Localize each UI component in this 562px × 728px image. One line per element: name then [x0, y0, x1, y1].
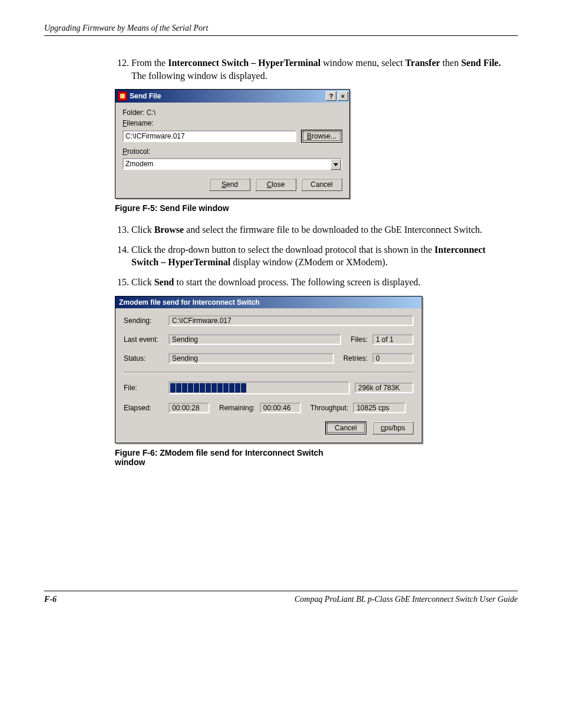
text: rotocol:: [127, 147, 150, 156]
text-bold: Send: [154, 277, 174, 287]
retries-value: 0: [372, 353, 414, 364]
progress-bar: [168, 381, 350, 394]
remaining-value: 00:00:46: [260, 403, 301, 413]
close-dialog-button[interactable]: Close: [255, 178, 296, 191]
text: rowse...: [312, 132, 336, 140]
text: Click the drop-down button to select the…: [131, 245, 435, 255]
retries-label: Retries:: [343, 354, 368, 363]
text: ps/bps: [384, 424, 405, 432]
text: end: [226, 180, 238, 189]
step-list-cont: Click Browse and select the firmware fil…: [115, 223, 512, 288]
lastevent-label: Last event:: [124, 335, 164, 344]
text: ilename:: [127, 119, 153, 127]
accel: B: [307, 132, 312, 140]
remaining-label: Remaining:: [219, 404, 255, 412]
protocol-label: Protocol:: [123, 147, 342, 156]
titlebar: Send File ? ×: [115, 90, 349, 103]
help-button[interactable]: ?: [326, 91, 336, 101]
files-value: 1 of 1: [372, 334, 414, 345]
zmodem-dialog: Zmodem file send for Interconnect Switch…: [115, 296, 422, 443]
filename-input[interactable]: [123, 130, 296, 142]
figure-5-caption: Figure F-5: Send File window: [115, 203, 512, 213]
text: to start the download process. The follo…: [174, 277, 420, 287]
dialog-title: Send File: [130, 92, 161, 100]
throughput-label: Throughput:: [310, 404, 349, 412]
text-bold: Transfer: [405, 58, 440, 68]
dropdown-icon[interactable]: [330, 159, 341, 170]
text: Click: [131, 277, 154, 287]
files-label: Files:: [351, 335, 368, 344]
text: The following window is displayed.: [131, 71, 267, 81]
cpsbps-button[interactable]: cps/bps: [372, 421, 414, 434]
folder-label: Folder: C:\: [123, 108, 342, 117]
step-15: Click Send to start the download process…: [131, 276, 512, 289]
elapsed-label: Elapsed:: [124, 404, 164, 412]
text: and select the firmware file to be downl…: [184, 225, 482, 235]
step-list: From the Interconnect Switch – HyperTerm…: [115, 57, 512, 82]
send-button[interactable]: Send: [209, 178, 250, 191]
figure-6-caption: Figure F-6: ZModem file send for Interco…: [115, 448, 327, 467]
text-bold: Interconnect Switch – HyperTerminal: [168, 58, 320, 68]
accel: S: [222, 180, 226, 189]
text-bold: Send File.: [461, 58, 501, 68]
accel: P: [123, 147, 127, 156]
sending-value: C:\ICFirmware.017: [168, 315, 414, 326]
text: then: [440, 58, 461, 68]
filename-label: Filename:: [123, 119, 342, 127]
text: From the: [131, 58, 168, 68]
status-value: Sending: [168, 353, 334, 364]
guide-title: Compaq ProLiant BL p-Class GbE Interconn…: [295, 595, 518, 604]
text: lose: [272, 180, 285, 189]
text-bold: Browse: [154, 225, 184, 235]
status-label: Status:: [124, 354, 164, 363]
page-footer: F-6 Compaq ProLiant BL p-Class GbE Inter…: [44, 591, 518, 604]
page-header: Upgrading Firmware by Means of the Seria…: [44, 24, 518, 36]
text: Click: [131, 225, 154, 235]
separator: [124, 372, 414, 373]
elapsed-value: 00:00:28: [168, 403, 210, 413]
lastevent-value: Sending: [168, 334, 341, 345]
browse-button[interactable]: Browse...: [301, 130, 342, 143]
send-file-dialog: Send File ? × Folder: C:\ Filename: Brow…: [115, 89, 350, 199]
throughput-value: 10825 cps: [353, 403, 406, 413]
sending-label: Sending:: [124, 317, 164, 325]
step-13: Click Browse and select the firmware fil…: [131, 223, 512, 236]
titlebar: Zmodem file send for Interconnect Switch: [115, 297, 422, 308]
text: window menu, select: [320, 58, 405, 68]
step-12: From the Interconnect Switch – HyperTerm…: [131, 57, 512, 82]
file-label: File:: [124, 384, 164, 392]
page-number: F-6: [44, 595, 57, 604]
text: display window (ZModem or XModem).: [230, 257, 388, 267]
app-icon: [118, 91, 127, 101]
protocol-select[interactable]: [123, 158, 342, 170]
close-button[interactable]: ×: [338, 91, 348, 101]
file-progress-text: 296k of 783K: [355, 383, 414, 393]
cancel-button[interactable]: Cancel: [325, 421, 366, 434]
step-14: Click the drop-down button to select the…: [131, 243, 512, 269]
cancel-button[interactable]: Cancel: [301, 178, 342, 191]
